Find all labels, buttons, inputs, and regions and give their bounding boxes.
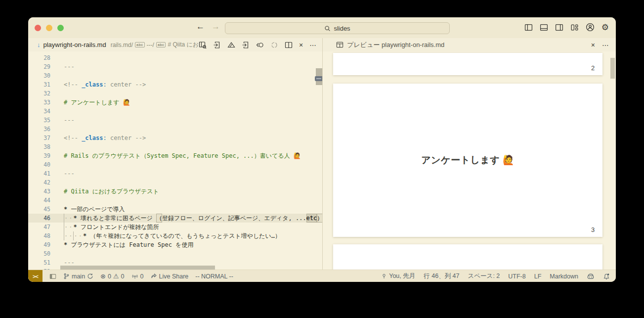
ports-indicator[interactable]: 0 — [131, 273, 144, 280]
code-line[interactable]: 50 — [28, 249, 322, 258]
code-line[interactable]: 43# Qiita におけるブラウザテスト — [28, 187, 322, 196]
toggle-panel-icon[interactable] — [540, 23, 548, 32]
code-line[interactable]: 36 — [28, 125, 322, 134]
preview-tab-title[interactable]: プレビュー playwright-on-rails.md — [347, 41, 444, 49]
code-line[interactable]: 38 — [28, 142, 322, 151]
code-text — [54, 89, 322, 98]
breadcrumb-heading[interactable]: # Qiita にお — [168, 41, 199, 49]
line-number: 37 — [28, 134, 54, 142]
code-line[interactable]: 39# Rails のブラウザテスト（System Spec, Feature … — [28, 151, 322, 160]
remote-indicator[interactable]: >< — [28, 270, 43, 282]
code-text — [54, 107, 322, 116]
editor-horizontal-scrollbar[interactable] — [60, 266, 215, 270]
search-icon — [324, 25, 331, 32]
blame-text: You, 先月 — [389, 272, 415, 280]
toggle-secondary-sidebar-icon[interactable] — [555, 23, 563, 32]
line-number: 43 — [28, 187, 54, 196]
editor-title-bar: ↓ playwright-on-rails.md rails.md/ abc -… — [28, 38, 322, 51]
preview-pane: プレビュー playwright-on-rails.md × ⋯ 2アンケートし… — [322, 38, 616, 270]
history-back-button[interactable]: ← — [196, 22, 205, 32]
panel-layout-indicator[interactable] — [49, 273, 56, 280]
code-line[interactable]: 34 — [28, 107, 322, 116]
code-line[interactable]: 42 — [28, 178, 322, 187]
marp-toggle-icon[interactable] — [227, 41, 235, 49]
git-branch-indicator[interactable]: main — [63, 273, 93, 280]
problems-indicator[interactable]: ⊗ 0 ⚠ 0 — [100, 273, 124, 280]
eol-indicator[interactable]: LF — [534, 273, 542, 280]
language-mode-indicator[interactable]: Markdown — [550, 273, 578, 280]
breadcrumb[interactable]: rails.md/ abc ---/ abc # Qiita にお — [111, 41, 199, 49]
code-line[interactable]: 44 — [28, 196, 322, 205]
split-editor-icon[interactable] — [285, 41, 293, 49]
copilot-icon — [587, 273, 595, 280]
encoding-indicator[interactable]: UTF-8 — [508, 273, 525, 280]
live-share-button[interactable]: Live Share — [151, 273, 189, 280]
code-line[interactable]: 37<!-- _class: center --> — [28, 134, 322, 142]
copy-file-icon[interactable] — [242, 41, 250, 49]
close-editor-icon[interactable]: × — [299, 42, 303, 48]
code-line[interactable]: 48····* （年々複雑になってきているので、もうちょっとテスト増やしたい…） — [28, 231, 322, 240]
history-forward-button[interactable]: → — [212, 22, 220, 32]
more-actions-icon[interactable]: ⋯ — [309, 42, 316, 48]
zoom-window-button[interactable] — [57, 25, 64, 31]
preview-title-bar: プレビュー playwright-on-rails.md × ⋯ — [323, 38, 616, 51]
code-line[interactable]: 31<!-- _class: center --> — [28, 80, 322, 89]
close-preview-icon[interactable]: × — [591, 42, 595, 48]
code-editor[interactable]: 2829---3031<!-- _class: center -->3233# … — [28, 51, 322, 270]
code-segment-txt: フロントエンドが複雑な箇所 — [81, 223, 159, 231]
code-line[interactable]: 35--- — [28, 116, 322, 125]
code-line[interactable]: 40 — [28, 160, 322, 169]
code-line[interactable]: 46··* 壊れると非常に困るページ （登録フロー、ログイン、記事ページ、エディ… — [28, 214, 322, 223]
cursor-position-indicator[interactable]: 行 46、列 47 — [424, 272, 459, 280]
close-window-button[interactable] — [35, 25, 41, 31]
line-number: 45 — [28, 205, 54, 214]
vim-mode-indicator[interactable]: -- NORMAL -- — [195, 273, 233, 280]
account-icon[interactable] — [586, 23, 595, 32]
share-icon — [151, 273, 157, 279]
preview-scrollbar[interactable] — [610, 58, 615, 79]
toggle-primary-sidebar-icon[interactable] — [524, 23, 533, 32]
slide-page-number: 3 — [591, 226, 595, 233]
code-segment-cmt: center — [110, 134, 135, 142]
code-text — [54, 249, 322, 258]
open-preview-to-side-icon[interactable] — [199, 41, 207, 49]
code-text: --- — [54, 169, 322, 178]
slides-container: 2アンケートします 🙋3 — [323, 51, 616, 270]
line-number: 34 — [28, 107, 54, 116]
code-line[interactable]: 47··* フロントエンドが複雑な箇所 — [28, 223, 322, 231]
breadcrumb-file[interactable]: rails.md/ — [111, 42, 133, 48]
slide-preview[interactable]: 2アンケートします 🙋3 — [323, 51, 616, 270]
export-slide-deck-icon[interactable] — [213, 41, 221, 49]
settings-gear-icon[interactable]: ⚙ — [601, 23, 609, 32]
line-number: 48 — [28, 231, 54, 240]
code-segment-pun: : — [103, 134, 110, 142]
code-line[interactable]: 28 — [28, 53, 322, 62]
git-blame-indicator[interactable]: You, 先月 — [381, 272, 415, 280]
preview-more-actions-icon[interactable]: ⋯ — [602, 42, 609, 48]
code-line[interactable]: 33# アンケートします 🙋 — [28, 98, 322, 107]
code-line[interactable]: 49* ブラウザテストには Feature Spec を使用 — [28, 240, 322, 249]
code-segment-star: * — [64, 240, 71, 249]
line-number: 33 — [28, 98, 54, 107]
code-line[interactable]: 32 — [28, 89, 322, 98]
live-share-label: Live Share — [159, 273, 189, 280]
line-number: 38 — [28, 142, 54, 151]
minimize-window-button[interactable] — [46, 25, 52, 31]
copilot-status[interactable] — [587, 273, 595, 280]
code-line[interactable]: 30 — [28, 71, 322, 80]
open-preview-icon[interactable] — [256, 41, 264, 49]
title-bar: ← → slides ⚙ — [28, 17, 616, 38]
code-text: * 一部のページで導入 — [54, 205, 322, 214]
customize-layout-icon[interactable] — [570, 23, 579, 32]
broadcast-icon — [131, 273, 138, 279]
code-line[interactable]: 29--- — [28, 62, 322, 71]
sash-grabber[interactable] — [315, 76, 322, 81]
code-line[interactable]: 45* 一部のページで導入 — [28, 205, 322, 214]
command-center-search[interactable]: slides — [225, 22, 450, 34]
breadcrumb-section[interactable]: ---/ — [147, 42, 154, 48]
editor-tab-filename[interactable]: playwright-on-rails.md — [43, 41, 106, 48]
notifications-bell[interactable] — [603, 273, 610, 280]
sync-scroll-icon[interactable] — [270, 41, 278, 49]
indentation-indicator[interactable]: スペース: 2 — [468, 272, 500, 280]
code-line[interactable]: 41--- — [28, 169, 322, 178]
